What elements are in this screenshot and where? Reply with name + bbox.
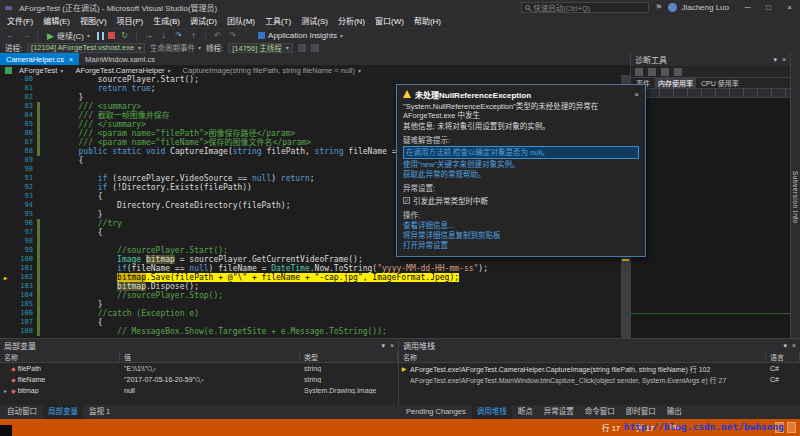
breakpoint-margin-current-statement-arrow[interactable]: ▶ (0, 273, 11, 282)
step-into-icon[interactable]: ↓ (158, 31, 169, 40)
dropdown-caret-icon[interactable]: ▾ (153, 366, 156, 372)
show-threads-icon[interactable] (311, 44, 319, 52)
breakpoint-margin[interactable] (0, 291, 11, 300)
bottom-tab-6[interactable]: 输出 (662, 405, 687, 419)
doc-tab-1[interactable]: MainWindow.xaml.cs (79, 53, 161, 65)
user-avatar[interactable] (668, 3, 677, 12)
breakpoint-margin[interactable] (0, 264, 11, 273)
process-combo[interactable]: [12104] AForgeTest.vshost.exe ▾ (27, 43, 145, 53)
thread-combo[interactable]: [14756] 主线程 ▾ (228, 43, 293, 53)
column-value[interactable]: 值 (120, 352, 300, 363)
code-line[interactable]: 101 if(fileName == null) fileName = Date… (0, 264, 630, 273)
select-tools-icon[interactable] (635, 68, 643, 76)
bottom-tab-4[interactable]: 命令窗口 (580, 405, 620, 419)
user-name[interactable]: Jiacheng Luo (681, 3, 729, 12)
menu-item-4[interactable]: 生成(B) (148, 15, 185, 28)
diagnostics-tab-2[interactable]: CPU 使用率 (698, 78, 742, 88)
break-on-exception-row[interactable]: ✓ 引发此异常类型时中断 (403, 195, 639, 206)
type-combo[interactable]: AForgeTest.CameraHelper ▾ (70, 66, 175, 75)
exception-tip-link-1[interactable]: 使用"new"关键字来创建对象实例。 (403, 160, 639, 169)
magnifier-icon[interactable] (147, 366, 152, 371)
breakpoint-margin[interactable] (0, 327, 11, 336)
bottom-tab-0[interactable]: 自动窗口 (2, 405, 42, 419)
call-stack-row-0[interactable]: ▶AForgeTest.exe!AForgeTest.CameraHelper.… (399, 363, 800, 374)
application-insights-button[interactable]: Application Insights ▾ (258, 31, 343, 40)
code-line[interactable]: 108 // MessageBox.Show(e.TargetSite + e.… (0, 327, 630, 336)
continue-button[interactable]: ▶ 继续(C) ▾ (44, 30, 93, 41)
lifecycle-events-button[interactable]: 生命周期事件 ▾ (150, 42, 201, 53)
exception-tip-link-0[interactable]: 在调用方法前,检查以确定对象是否为 null。 (403, 146, 639, 159)
menu-item-8[interactable]: 测试(S) (296, 15, 333, 28)
breakpoint-margin[interactable] (0, 84, 11, 93)
menu-item-2[interactable]: 视图(V) (75, 15, 112, 28)
call-stack-row-1[interactable]: AForgeTest.exe!AForgeTest.MainWindow.btn… (399, 374, 800, 385)
breakpoint-margin[interactable] (0, 120, 11, 129)
menu-item-5[interactable]: 调试(D) (185, 15, 222, 28)
close-icon[interactable]: × (792, 342, 796, 350)
column-type[interactable]: 类型 (300, 352, 398, 363)
breakpoint-margin[interactable] (0, 228, 11, 237)
bottom-tab-3[interactable]: 异常设置 (539, 405, 579, 419)
code-line[interactable]: ▶102 bitmap.Save(filePath + @"\" + fileN… (0, 273, 630, 282)
sidebar-tab-subversion-info[interactable]: Subversion Info (792, 171, 799, 338)
window-menu-icon[interactable]: ▾ (773, 56, 777, 64)
doc-tab-0[interactable]: CameraHelper.cs× (0, 53, 79, 65)
breakpoint-margin[interactable] (0, 183, 11, 192)
window-menu-icon[interactable]: ▾ (381, 342, 385, 350)
breakpoint-margin[interactable] (0, 102, 11, 111)
breakpoint-margin[interactable] (0, 174, 11, 183)
project-combo[interactable]: AForgeTest ▾ (14, 66, 68, 75)
breakpoint-margin[interactable] (0, 75, 11, 84)
bottom-tab-1[interactable]: 调用堆栈 (472, 405, 512, 419)
breakpoint-margin[interactable] (0, 309, 11, 318)
quick-launch-search[interactable]: 快速启动(Ctrl+Q) (521, 2, 649, 13)
breakpoint-margin[interactable] (0, 93, 11, 102)
column-name[interactable]: 名称 (0, 352, 120, 363)
code-line[interactable]: 104 //sourcePlayer.Stop(); (0, 291, 630, 300)
notifications-flag-icon[interactable]: ⚑ (655, 3, 662, 12)
settings-gear-icon[interactable] (674, 68, 682, 76)
break-all-icon[interactable] (97, 32, 104, 40)
flag-thread-icon[interactable] (298, 44, 306, 52)
exception-action-link-2[interactable]: 打开异常设置 (403, 241, 639, 250)
menu-item-11[interactable]: 帮助(H) (409, 15, 446, 28)
diagnostics-tab-1[interactable]: 内存使用率 (655, 78, 696, 88)
dropdown-caret-icon[interactable]: ▾ (201, 377, 204, 383)
code-line[interactable]: 103 bitmap.Dispose(); (0, 282, 630, 291)
close-icon[interactable]: × (634, 90, 639, 99)
redo-icon[interactable]: ↷ (227, 31, 238, 40)
code-line[interactable]: 105 } (0, 300, 630, 309)
menu-item-6[interactable]: 团队(M) (222, 15, 260, 28)
breakpoint-margin[interactable] (0, 156, 11, 165)
menu-item-1[interactable]: 编辑(E) (38, 15, 75, 28)
close-icon[interactable]: × (782, 56, 786, 64)
exception-tip-link-2[interactable]: 获取此异常的常规帮助。 (403, 170, 639, 179)
close-button[interactable]: × (781, 1, 798, 14)
breakpoint-margin[interactable] (0, 300, 11, 309)
breakpoint-margin[interactable] (0, 129, 11, 138)
breakpoint-margin[interactable] (0, 192, 11, 201)
locals-row-0[interactable]: ◆filePath"E:\\1\\"▾string (0, 363, 398, 374)
bottom-tab-0[interactable]: Pending Changes (401, 405, 471, 419)
code-line[interactable]: 80 sourcePlayer.Start(); (0, 75, 630, 84)
bottom-tab-2[interactable]: 监视 1 (84, 405, 115, 419)
restart-icon[interactable]: ↻ (119, 31, 130, 40)
expander-icon[interactable]: ▸ (2, 387, 9, 394)
checkbox-checked-icon[interactable]: ✓ (403, 197, 410, 204)
tab-close-icon[interactable]: × (69, 56, 73, 63)
minimize-button[interactable]: ─ (739, 1, 756, 14)
breakpoint-margin[interactable] (0, 201, 11, 210)
breakpoint-margin[interactable] (0, 318, 11, 327)
menu-item-0[interactable]: 文件(F) (2, 15, 38, 28)
code-line[interactable]: 106 //catch (Exception e) (0, 309, 630, 318)
breakpoint-margin[interactable] (0, 237, 11, 246)
bottom-tab-1[interactable]: 局部变量 (43, 405, 83, 419)
locals-row-2[interactable]: ▸◆bitmapnullSystem.Drawing.Image (0, 385, 398, 396)
window-menu-icon[interactable]: ▾ (783, 342, 787, 350)
locals-row-1[interactable]: ◆fileName"2017-07-05-16-20-59"▾string (0, 374, 398, 385)
breakpoint-margin[interactable] (0, 111, 11, 120)
exception-action-link-1[interactable]: 将异常详细信息复制到剪贴板 (403, 231, 639, 240)
breakpoint-margin[interactable] (0, 138, 11, 147)
show-next-statement-icon[interactable]: → (143, 31, 154, 40)
breakpoint-margin[interactable] (0, 255, 11, 264)
